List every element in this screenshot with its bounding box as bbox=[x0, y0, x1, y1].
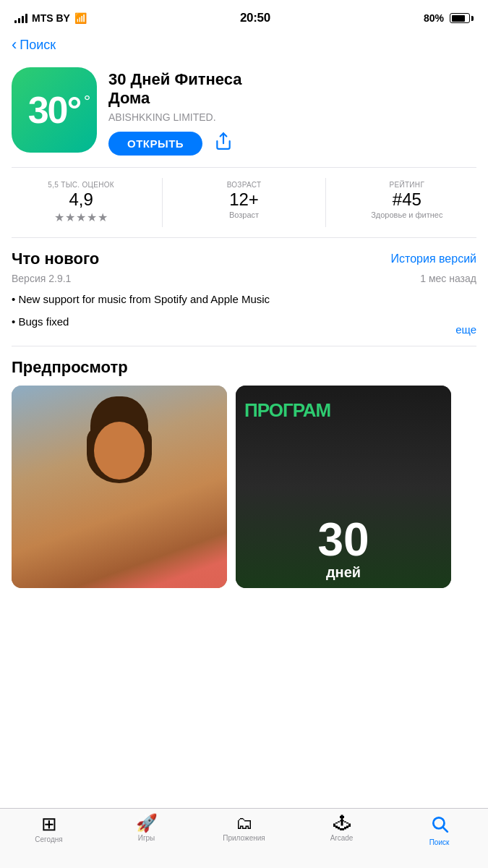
nav-bar: ‹ Поиск bbox=[0, 32, 488, 60]
version-number: Версия 2.9.1 bbox=[12, 273, 71, 284]
open-button[interactable]: ОТКРЫТЬ bbox=[108, 132, 202, 156]
version-date: 1 мес назад bbox=[420, 273, 476, 284]
status-bar: MTS BY 📶 20:50 80% bbox=[0, 0, 488, 32]
carrier-name: MTS BY bbox=[32, 12, 70, 24]
preview-images: ПРОГРАМ 30 дней bbox=[12, 386, 476, 588]
changelog-row: • New support for music from Spotify and… bbox=[12, 292, 476, 336]
status-left: MTS BY 📶 bbox=[14, 12, 87, 24]
changelog-bullet2: • Bugs fixed bbox=[12, 314, 455, 331]
stat-ratings: 5,5 ТЫС. ОЦЕНОК 4,9 ★★★★★ bbox=[0, 178, 163, 227]
svg-line-2 bbox=[442, 827, 447, 832]
prog-number: 30 bbox=[317, 513, 369, 566]
arcade-icon: 🕹 bbox=[333, 814, 351, 832]
preview-image-1 bbox=[12, 386, 227, 588]
today-icon: ⊞ bbox=[41, 814, 57, 833]
app-actions: ОТКРЫТЬ bbox=[108, 132, 476, 156]
more-link[interactable]: еще bbox=[455, 323, 476, 336]
tab-search-label: Поиск bbox=[429, 838, 450, 846]
stat-age: ВОЗРАСТ 12+ Возраст bbox=[163, 178, 325, 227]
status-time: 20:50 bbox=[240, 11, 270, 25]
battery-percent: 80% bbox=[424, 12, 444, 24]
apps-icon: 🗂 bbox=[236, 814, 253, 832]
app-header: 30° 30 Дней ФитнесаДома ABISHKKING LIMIT… bbox=[0, 60, 488, 167]
version-history-link[interactable]: История версий bbox=[391, 252, 476, 265]
whats-new-title: Что нового bbox=[12, 250, 99, 268]
ratings-value: 4,9 bbox=[69, 190, 93, 209]
stars-icon: ★★★★★ bbox=[54, 210, 108, 224]
battery-icon bbox=[450, 13, 474, 23]
stats-row: 5,5 ТЫС. ОЦЕНОК 4,9 ★★★★★ ВОЗРАСТ 12+ Во… bbox=[0, 168, 488, 237]
prog-text: ПРОГРАМ bbox=[244, 400, 330, 421]
tab-arcade-label: Arcade bbox=[330, 834, 354, 842]
preview-image-2: ПРОГРАМ 30 дней bbox=[236, 386, 451, 588]
tab-arcade[interactable]: 🕹 Arcade bbox=[293, 814, 390, 842]
changelog-bullet1: • New support for music from Spotify and… bbox=[12, 292, 455, 308]
app-developer: ABISHKKING LIMITED. bbox=[108, 111, 476, 123]
share-button[interactable] bbox=[214, 132, 233, 155]
search-icon bbox=[430, 814, 449, 836]
stat-rank: РЕЙТИНГ #45 Здоровье и фитнес bbox=[326, 178, 488, 227]
changelog-text: • New support for music from Spotify and… bbox=[12, 292, 455, 336]
tab-search[interactable]: Поиск bbox=[390, 814, 488, 846]
tab-apps[interactable]: 🗂 Приложения bbox=[195, 814, 293, 842]
version-row: Версия 2.9.1 1 мес назад bbox=[12, 273, 476, 284]
app-icon-text: 30° bbox=[28, 91, 81, 129]
tab-games[interactable]: 🚀 Игры bbox=[98, 814, 195, 842]
ratings-label: 5,5 ТЫС. ОЦЕНОК bbox=[48, 181, 114, 189]
app-info: 30 Дней ФитнесаДома ABISHKKING LIMITED. … bbox=[108, 67, 476, 156]
preview-section: Предпросмотр ПРОГРАМ 30 дней bbox=[0, 346, 488, 588]
app-icon: 30° bbox=[12, 67, 97, 153]
back-button[interactable]: ‹ Поиск bbox=[12, 38, 56, 53]
rank-label: РЕЙТИНГ bbox=[390, 181, 425, 189]
tab-games-label: Игры bbox=[138, 834, 155, 842]
wifi-icon: 📶 bbox=[74, 12, 87, 24]
preview-title: Предпросмотр bbox=[12, 358, 476, 377]
section-header: Что нового История версий bbox=[12, 250, 476, 268]
tab-bar: ⊞ Сегодня 🚀 Игры 🗂 Приложения 🕹 Arcade П… bbox=[0, 808, 488, 868]
age-sub: Возраст bbox=[229, 210, 259, 219]
back-chevron-icon: ‹ bbox=[12, 37, 17, 53]
age-value: 12+ bbox=[229, 190, 259, 209]
whats-new-section: Что нового История версий Версия 2.9.1 1… bbox=[0, 238, 488, 336]
signal-icon bbox=[14, 13, 27, 23]
games-icon: 🚀 bbox=[136, 814, 158, 832]
app-name: 30 Дней ФитнесаДома bbox=[108, 70, 476, 109]
rank-sub: Здоровье и фитнес bbox=[371, 210, 442, 219]
rank-value: #45 bbox=[393, 190, 421, 209]
tab-apps-label: Приложения bbox=[223, 834, 265, 842]
tab-today-label: Сегодня bbox=[35, 835, 62, 843]
tab-today[interactable]: ⊞ Сегодня bbox=[0, 814, 98, 843]
status-right: 80% bbox=[424, 12, 474, 24]
age-label: ВОЗРАСТ bbox=[227, 181, 262, 189]
prog-days: дней bbox=[326, 564, 361, 581]
back-label: Поиск bbox=[20, 38, 56, 53]
